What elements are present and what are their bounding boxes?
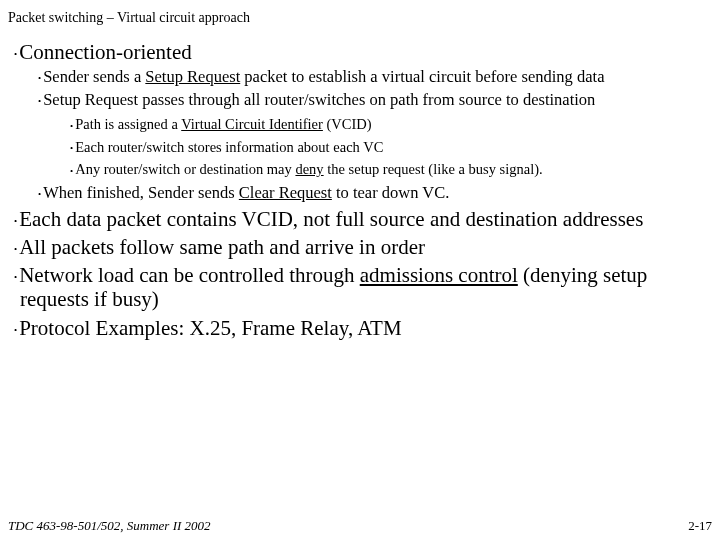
text: When finished, Sender sends xyxy=(43,183,239,202)
slide-title: Packet switching – Virtual circuit appro… xyxy=(8,10,712,26)
page-number: 2-17 xyxy=(688,518,712,534)
text: Sender sends a xyxy=(43,67,145,86)
text: to tear down VC. xyxy=(332,183,449,202)
text: Protocol Examples: X.25, Frame Relay, AT… xyxy=(19,316,401,340)
bullet-connection-oriented: •Connection-oriented xyxy=(14,40,712,64)
underline-clear-request: Clear Request xyxy=(239,183,332,202)
underline-setup-request: Setup Request xyxy=(145,67,240,86)
text: Path is assigned a xyxy=(75,116,181,132)
bullet-passes-through: •Setup Request passes through all router… xyxy=(38,91,712,110)
bullet-vcid: •Path is assigned a Virtual Circuit Iden… xyxy=(70,116,712,133)
underline-admissions-control: admissions control xyxy=(360,263,518,287)
footer: TDC 463-98-501/502, Summer II 2002 2-17 xyxy=(8,518,712,534)
bullet-protocol-examples: •Protocol Examples: X.25, Frame Relay, A… xyxy=(14,316,712,340)
text: All packets follow same path and arrive … xyxy=(19,235,425,259)
bullet-same-path: •All packets follow same path and arrive… xyxy=(14,235,712,259)
text: Setup Request passes through all router/… xyxy=(43,90,595,109)
text: Connection-oriented xyxy=(19,40,192,64)
text: Network load can be controlled through xyxy=(19,263,360,287)
bullet-clear-request: •When finished, Sender sends Clear Reque… xyxy=(38,184,712,203)
bullet-admissions-control: •Network load can be controlled through … xyxy=(14,263,712,311)
text: Any router/switch or destination may xyxy=(75,161,295,177)
slide: Packet switching – Virtual circuit appro… xyxy=(0,0,720,540)
text: Each data packet contains VCID, not full… xyxy=(19,207,643,231)
underline-deny: deny xyxy=(295,161,323,177)
bullet-setup-request: •Sender sends a Setup Request packet to … xyxy=(38,68,712,87)
text: (VCID) xyxy=(323,116,372,132)
bullet-each-packet: •Each data packet contains VCID, not ful… xyxy=(14,207,712,231)
bullet-router-stores: •Each router/switch stores information a… xyxy=(70,139,712,156)
footer-left: TDC 463-98-501/502, Summer II 2002 xyxy=(8,518,211,534)
bullet-deny: •Any router/switch or destination may de… xyxy=(70,161,712,178)
text: the setup request (like a busy signal). xyxy=(324,161,543,177)
underline-vcid: Virtual Circuit Identifier xyxy=(181,116,323,132)
text: packet to establish a virtual circuit be… xyxy=(240,67,604,86)
text: Each router/switch stores information ab… xyxy=(75,139,383,155)
